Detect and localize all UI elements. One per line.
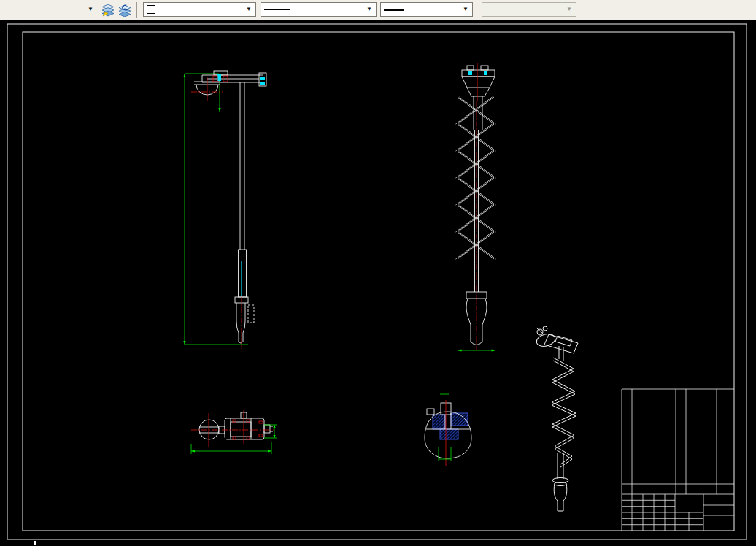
plotstyle-control-combo[interactable]: ▼ <box>482 2 576 17</box>
chevron-down-icon: ▼ <box>85 7 96 12</box>
text-cursor <box>34 541 36 545</box>
toolbar-separator <box>477 2 479 18</box>
linetype-control-combo[interactable]: ▼ <box>261 2 377 17</box>
lineweight-sample <box>384 9 404 11</box>
toolbar-separator <box>136 2 139 18</box>
cyan-shaft <box>217 74 221 81</box>
chevron-down-icon: ▼ <box>244 7 254 12</box>
color-swatch <box>147 5 155 14</box>
chevron-down-icon: ▼ <box>364 7 374 12</box>
layers-arrow-icon <box>118 4 131 17</box>
make-layer-current-button[interactable] <box>116 1 134 19</box>
layer-properties-button[interactable] <box>99 1 117 19</box>
color-control-combo[interactable]: ▼ <box>143 2 256 17</box>
chevron-down-icon: ▼ <box>564 7 574 12</box>
linetype-sample <box>264 9 290 10</box>
docked-layer-combo[interactable]: ▼ <box>1 2 97 17</box>
chevron-down-icon: ▼ <box>460 7 471 12</box>
drawing-canvas[interactable] <box>0 0 756 546</box>
layers-icon <box>101 4 115 17</box>
properties-toolbar: ▼ ▼ ▼ ▼ ▼ <box>0 0 756 20</box>
lineweight-control-combo[interactable]: ▼ <box>380 2 473 17</box>
